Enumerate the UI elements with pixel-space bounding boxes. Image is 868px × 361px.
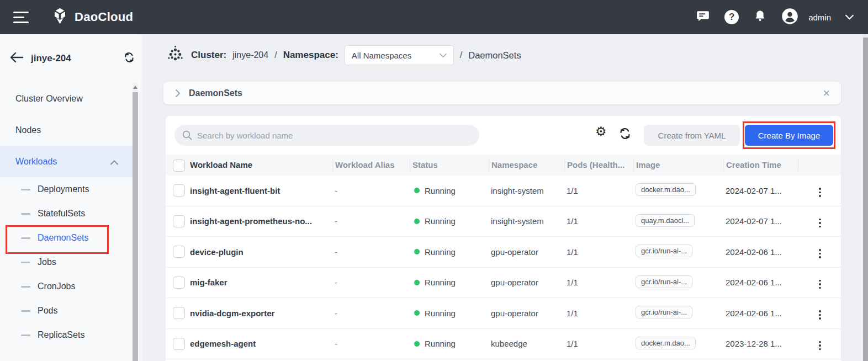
sidebar-item-workloads[interactable]: Workloads	[0, 146, 133, 177]
status-cell: Running	[410, 186, 489, 195]
create-from-yaml-button[interactable]: Create from YAML	[644, 125, 740, 146]
kebab-menu-icon[interactable]	[816, 216, 824, 230]
workload-name-link[interactable]: insight-agent-prometheus-no...	[190, 216, 332, 226]
workload-name-link[interactable]: insight-agent-fluent-bit	[190, 186, 332, 195]
row-checkbox[interactable]	[173, 215, 185, 227]
back-arrow-icon[interactable]	[10, 52, 23, 65]
message-icon[interactable]	[696, 9, 710, 25]
row-checkbox[interactable]	[173, 338, 185, 350]
kebab-menu-icon[interactable]	[816, 339, 824, 353]
row-checkbox[interactable]	[173, 307, 185, 319]
sidebar-item-daemonsets[interactable]: DaemonSets	[0, 226, 133, 250]
sidebar-item-statefulsets[interactable]: StatefulSets	[0, 201, 133, 226]
row-checkbox[interactable]	[173, 246, 185, 258]
page-scrollbar-thumb[interactable]	[863, 38, 868, 361]
workload-name-link[interactable]: mig-faker	[190, 278, 332, 287]
kebab-menu-icon[interactable]	[816, 308, 824, 322]
workload-alias: -	[332, 186, 410, 195]
breadcrumb-separator: /	[274, 50, 277, 60]
search-box[interactable]	[174, 125, 479, 146]
status-text: Running	[425, 278, 456, 287]
table-row: device-plugin - Running gpu-operator 1/1…	[166, 237, 841, 268]
cluster-label: Cluster:	[191, 50, 226, 61]
scrollbar-up-arrow-icon[interactable]	[133, 86, 137, 89]
row-checkbox[interactable]	[173, 277, 185, 289]
row-checkbox[interactable]	[173, 184, 185, 197]
actions-cell	[798, 305, 841, 322]
status-cell: Running	[410, 339, 489, 348]
tab-close-icon[interactable]: ×	[823, 87, 830, 99]
status-cell: Running	[410, 216, 489, 226]
sidebar-item-jobs[interactable]: Jobs	[0, 250, 133, 274]
namespace-cell: insight-system	[489, 186, 564, 195]
sidebar-item-pods[interactable]: Pods	[0, 299, 133, 323]
tab-daemonsets[interactable]: DaemonSets ×	[163, 82, 841, 104]
sidebar-scrollbar-thumb[interactable]	[133, 92, 138, 361]
brand-logo[interactable]: DaoCloud	[51, 7, 133, 28]
image-tag[interactable]: quay.m.daocl...	[636, 214, 695, 227]
page-scrollbar[interactable]	[863, 34, 868, 361]
kebab-menu-icon[interactable]	[816, 185, 824, 199]
avatar[interactable]	[781, 8, 798, 27]
brand-name: DaoCloud	[75, 10, 133, 24]
col-namespace[interactable]: Namespace	[489, 158, 564, 172]
pods-cell: 1/1	[564, 278, 633, 287]
sidebar: jinye-204 Cluster Overview Nodes Workloa…	[0, 34, 144, 361]
search-input[interactable]	[197, 131, 472, 140]
col-image[interactable]: Image	[633, 158, 723, 172]
workload-name-link[interactable]: nvidia-dcgm-exporter	[190, 309, 332, 318]
breadcrumb-separator-2: /	[460, 50, 462, 60]
refresh-icon[interactable]	[618, 127, 632, 142]
help-icon[interactable]: ?	[724, 10, 739, 24]
image-tag[interactable]: gcr.io/run-ai-...	[636, 306, 692, 318]
image-tag[interactable]: docker.m.dao...	[636, 337, 696, 349]
sidebar-scrollbar[interactable]	[133, 83, 138, 361]
col-workload-alias[interactable]: Workload Alias	[332, 158, 410, 172]
sidebar-item-nodes[interactable]: Nodes	[0, 114, 133, 146]
nav-dash-icon	[21, 310, 30, 312]
select-all-checkbox[interactable]	[173, 160, 185, 172]
breadcrumb: Cluster: jinye-204 / Namespace: All Name…	[166, 44, 521, 66]
image-tag[interactable]: gcr.io/run-ai-...	[636, 245, 692, 257]
status-text: Running	[425, 186, 456, 195]
image-tag[interactable]: docker.m.dao...	[636, 183, 696, 196]
image-tag[interactable]: gcr.io/run-ai-...	[636, 275, 692, 288]
chevron-up-icon[interactable]	[110, 157, 118, 167]
namespace-cell: gpu-operator	[489, 309, 564, 318]
workload-alias: -	[332, 278, 410, 287]
sidebar-item-label: CronJobs	[38, 282, 75, 291]
image-cell: gcr.io/run-ai-...	[633, 275, 723, 290]
sidebar-item-label: DaemonSets	[38, 233, 89, 243]
settings-gear-icon[interactable]: ⚙	[595, 125, 607, 138]
workload-name-link[interactable]: edgemesh-agent	[190, 339, 332, 348]
kebab-menu-icon[interactable]	[816, 247, 824, 261]
col-pods-health[interactable]: Pods (Health...	[564, 158, 633, 172]
create-by-image-button[interactable]: Create By Image	[745, 125, 833, 146]
workload-alias: -	[332, 309, 410, 318]
sidebar-item-deployments[interactable]: Deployments	[0, 177, 133, 201]
user-chevron-down-icon[interactable]	[845, 12, 854, 22]
switch-cluster-icon[interactable]	[123, 51, 136, 66]
pods-cell: 1/1	[564, 247, 633, 257]
col-creation-time[interactable]: Creation Time	[723, 158, 798, 172]
sidebar-item-replicasets[interactable]: ReplicaSets	[0, 323, 133, 347]
creation-time-cell: 2024-02-06 1...	[723, 278, 798, 287]
actions-cell	[798, 335, 841, 352]
namespace-cell: gpu-operator	[489, 247, 564, 257]
sidebar-item-cronjobs[interactable]: CronJobs	[0, 274, 133, 299]
search-icon	[182, 130, 192, 140]
kebab-menu-icon[interactable]	[816, 278, 824, 291]
notifications-bell-icon[interactable]	[753, 9, 767, 25]
workload-name-link[interactable]: device-plugin	[190, 247, 332, 257]
namespace-select[interactable]: All Namespaces	[345, 45, 454, 65]
username[interactable]: admin	[808, 13, 831, 22]
sidebar-item-cluster-overview[interactable]: Cluster Overview	[0, 83, 133, 114]
main-area: Cluster: jinye-204 / Namespace: All Name…	[144, 34, 868, 361]
col-actions	[798, 158, 841, 172]
col-status[interactable]: Status	[410, 158, 489, 172]
pods-cell: 1/1	[564, 186, 633, 195]
cluster-value[interactable]: jinye-204	[232, 50, 268, 60]
menu-icon[interactable]	[13, 8, 29, 26]
daocloud-logo-icon	[51, 7, 69, 28]
col-workload-name[interactable]: Workload Name	[190, 158, 332, 172]
